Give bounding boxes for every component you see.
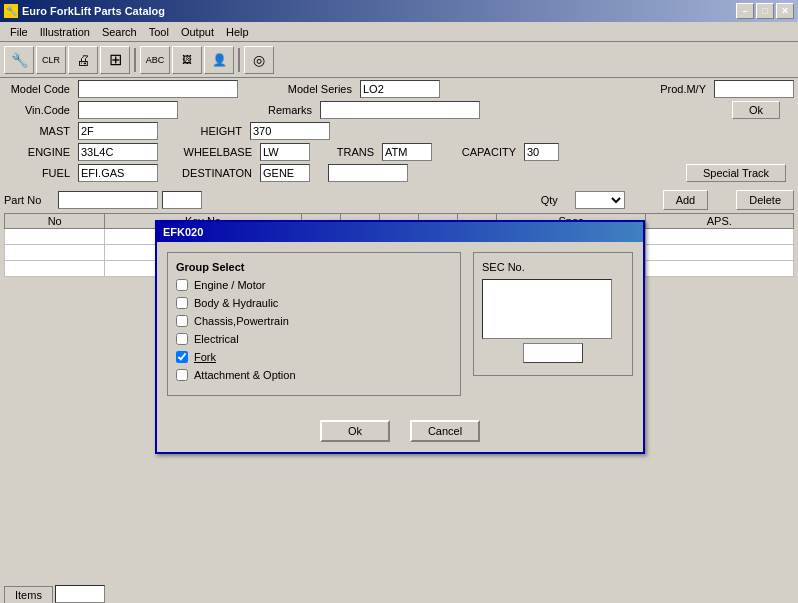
dialog-title-text: EFK020	[163, 226, 203, 238]
dialog-left: Group Select Engine / Motor Body & Hydra…	[167, 252, 461, 404]
sec-no-title: SEC No.	[482, 261, 624, 273]
checkbox-attachment-input[interactable]	[176, 369, 188, 381]
sec-no-box: SEC No.	[473, 252, 633, 376]
checkbox-fork-input[interactable]	[176, 351, 188, 363]
checkbox-electrical-label: Electrical	[194, 333, 239, 345]
checkbox-engine-label: Engine / Motor	[194, 279, 266, 291]
dialog-right: SEC No.	[473, 252, 633, 404]
checkbox-attachment: Attachment & Option	[176, 369, 452, 381]
dialog-body: Group Select Engine / Motor Body & Hydra…	[157, 242, 643, 414]
checkbox-body-label: Body & Hydraulic	[194, 297, 278, 309]
sec-display	[482, 279, 612, 339]
checkbox-electrical: Electrical	[176, 333, 452, 345]
group-select-title: Group Select	[176, 261, 452, 273]
checkbox-fork-label: Fork	[194, 351, 216, 363]
checkbox-attachment-label: Attachment & Option	[194, 369, 296, 381]
dialog-cancel-button[interactable]: Cancel	[410, 420, 480, 442]
checkbox-electrical-input[interactable]	[176, 333, 188, 345]
dialog-title: EFK020	[157, 222, 643, 242]
checkbox-body-input[interactable]	[176, 297, 188, 309]
group-select-box: Group Select Engine / Motor Body & Hydra…	[167, 252, 461, 396]
checkbox-fork: Fork	[176, 351, 452, 363]
dialog-buttons: Ok Cancel	[157, 414, 643, 452]
dialog-ok-button[interactable]: Ok	[320, 420, 390, 442]
checkbox-chassis-label: Chassis,Powertrain	[194, 315, 289, 327]
checkbox-chassis-input[interactable]	[176, 315, 188, 327]
dialog: EFK020 Group Select Engine / Motor Body …	[155, 220, 645, 454]
checkbox-engine: Engine / Motor	[176, 279, 452, 291]
checkbox-chassis: Chassis,Powertrain	[176, 315, 452, 327]
sec-no-input[interactable]	[523, 343, 583, 363]
checkbox-engine-input[interactable]	[176, 279, 188, 291]
checkbox-body: Body & Hydraulic	[176, 297, 452, 309]
modal-overlay: EFK020 Group Select Engine / Motor Body …	[0, 0, 798, 603]
